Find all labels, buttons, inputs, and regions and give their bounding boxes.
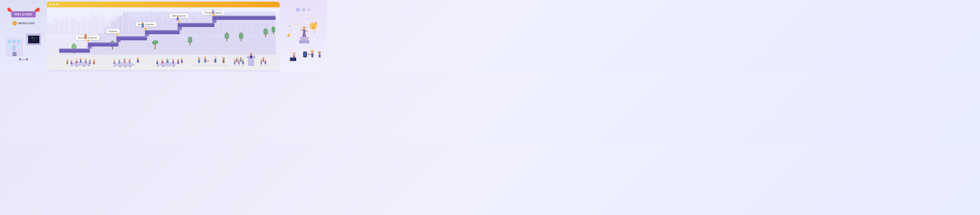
- svg-point-111: [181, 58, 183, 60]
- senior-engineer-label: Senior Engineer: [136, 22, 156, 27]
- svg-rect-60: [212, 17, 275, 20]
- svg-rect-110: [177, 61, 179, 64]
- person-associate: [84, 34, 87, 39]
- svg-rect-74: [85, 61, 87, 63]
- svg-rect-97: [119, 66, 121, 67]
- svg-rect-83: [83, 65, 86, 67]
- svg-rect-140: [240, 59, 242, 62]
- engineer-marker: [116, 33, 118, 35]
- people-group-3: [151, 55, 184, 68]
- svg-rect-82: [76, 65, 78, 67]
- svg-rect-80: [93, 61, 95, 64]
- browser-window: Associate Engineer Engineer Senior Engin…: [47, 2, 280, 70]
- gear-icons-group: ⚙ ⚙ ⚙: [296, 7, 310, 13]
- person-staff: [177, 16, 179, 21]
- browser-titlebar: [47, 2, 280, 7]
- svg-rect-123: [223, 59, 224, 63]
- svg-rect-148: [238, 64, 240, 66]
- svg-point-143: [264, 59, 266, 61]
- svg-point-166: [289, 26, 291, 27]
- svg-point-164: [291, 29, 293, 31]
- svg-point-165: [316, 22, 317, 24]
- svg-rect-161: [299, 40, 309, 43]
- svg-rect-113: [156, 65, 159, 66]
- svg-rect-115: [172, 65, 175, 67]
- svg-rect-121: [212, 61, 215, 61]
- office-scene: ▐▌ code === =====: [4, 30, 43, 60]
- svg-rect-104: [162, 61, 163, 64]
- gear-icon-2: ⚙: [302, 7, 305, 12]
- svg-point-145: [262, 57, 264, 59]
- right-section: ⚙ ⚙ ⚙ 🏆: [280, 0, 327, 72]
- svg-point-174: [293, 52, 296, 55]
- svg-point-88: [113, 60, 115, 62]
- svg-rect-127: [248, 58, 254, 66]
- browser-dot-2: [52, 3, 55, 6]
- svg-point-71: [80, 58, 82, 60]
- svg-rect-155: [303, 30, 305, 34]
- svg-rect-149: [242, 64, 244, 66]
- svg-rect-45: [59, 50, 90, 53]
- gear-icon-3: ⚙: [307, 8, 310, 12]
- infracloud-logo-icon: ☁: [13, 21, 17, 26]
- svg-rect-146: [262, 59, 264, 62]
- svg-rect-144: [265, 61, 266, 64]
- svg-point-75: [89, 60, 91, 62]
- svg-point-122: [222, 57, 225, 59]
- principal-engineer-marker: [213, 13, 215, 16]
- svg-point-180: [318, 51, 321, 54]
- svg-point-69: [76, 59, 78, 61]
- svg-point-105: [166, 58, 169, 60]
- svg-rect-98: [124, 66, 127, 67]
- svg-point-109: [177, 59, 179, 61]
- senior-engineer-marker: [144, 27, 147, 30]
- svg-rect-156: [300, 29, 303, 31]
- svg-rect-126: [194, 65, 229, 66]
- svg-rect-54: [145, 31, 180, 34]
- svg-point-90: [118, 59, 121, 61]
- svg-rect-142: [261, 61, 262, 64]
- svg-rect-159: [304, 34, 305, 37]
- svg-rect-170: [311, 53, 313, 57]
- svg-rect-42: [275, 19, 280, 34]
- browser-content: Associate Engineer Engineer Senior Engin…: [47, 7, 280, 70]
- svg-rect-96: [113, 65, 116, 67]
- svg-point-135: [242, 59, 244, 61]
- svg-rect-99: [129, 66, 131, 67]
- career-staircase: [59, 10, 275, 55]
- svg-point-94: [129, 59, 130, 61]
- svg-point-73: [85, 59, 87, 61]
- people-group-4: [194, 54, 229, 68]
- svg-point-86: [137, 58, 139, 60]
- svg-rect-138: [236, 59, 238, 62]
- browser-dot-1: [49, 3, 51, 6]
- people-group-2: [106, 55, 143, 68]
- svg-rect-102: [156, 62, 158, 64]
- svg-point-77: [66, 59, 68, 61]
- staff-engineer-label: Staff Engineer: [169, 13, 188, 18]
- svg-rect-57: [178, 24, 215, 27]
- svg-rect-151: [265, 64, 267, 66]
- svg-rect-147: [234, 64, 236, 66]
- svg-rect-134: [238, 61, 240, 64]
- svg-rect-89: [113, 62, 115, 64]
- staff-engineer-marker: [178, 20, 181, 23]
- mobile-scene: [284, 47, 323, 65]
- svg-rect-157: [305, 30, 308, 32]
- people-group-5: [231, 53, 272, 68]
- svg-rect-81: [70, 65, 73, 66]
- svg-rect-76: [89, 62, 91, 64]
- svg-rect-51: [116, 37, 147, 40]
- svg-text:☁: ☁: [14, 22, 16, 24]
- svg-rect-179: [291, 59, 294, 59]
- infracloud-logo: ☁ INFRACLOUD: [13, 21, 34, 26]
- svg-rect-117: [204, 59, 206, 63]
- svg-point-169: [311, 50, 314, 53]
- svg-rect-158: [303, 34, 304, 37]
- svg-rect-72: [80, 60, 81, 63]
- svg-point-141: [260, 59, 262, 61]
- svg-rect-91: [119, 61, 120, 64]
- svg-rect-78: [67, 61, 68, 64]
- svg-rect-136: [242, 61, 244, 64]
- svg-text:★: ★: [288, 34, 289, 37]
